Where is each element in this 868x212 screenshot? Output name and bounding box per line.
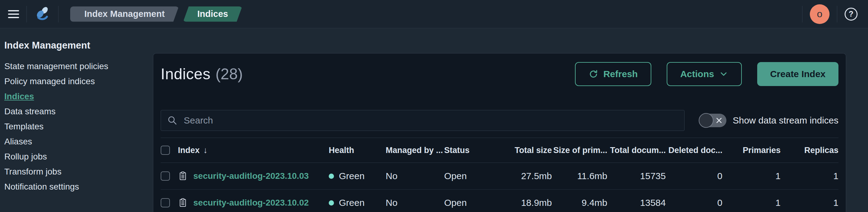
- row-checkbox[interactable]: [161, 198, 170, 207]
- actions-button[interactable]: Actions: [667, 62, 742, 86]
- create-index-button[interactable]: Create Index: [757, 62, 838, 86]
- index-link[interactable]: security-auditlog-2023.10.02: [193, 198, 309, 208]
- breadcrumb: Index Management Indices: [70, 6, 242, 22]
- sort-desc-icon: ↓: [204, 145, 208, 155]
- total-size-cell: 27.5mb: [490, 171, 552, 181]
- size-of-primaries-cell: 11.6mb: [552, 171, 607, 181]
- top-navigation-bar: Index Management Indices o ?: [0, 0, 868, 28]
- sidebar-item-indices[interactable]: Indices: [4, 92, 147, 107]
- separator: [837, 6, 837, 23]
- column-header-replicas[interactable]: Replicas: [781, 146, 838, 155]
- refresh-button[interactable]: Refresh: [575, 62, 651, 86]
- search-input[interactable]: [183, 115, 678, 126]
- page-title: Indices: [161, 65, 211, 83]
- sidebar-item-data-streams[interactable]: Data streams: [4, 107, 147, 122]
- switch-off-icon: [716, 117, 722, 124]
- total-size-cell: 18.9mb: [490, 198, 552, 208]
- sidebar-item-notification-settings[interactable]: Notification settings: [4, 182, 147, 197]
- deleted-documents-cell: 0: [666, 198, 722, 208]
- status-cell: Open: [444, 171, 490, 181]
- user-avatar[interactable]: o: [810, 4, 830, 24]
- health-dot-green: [329, 200, 334, 206]
- column-header-size-of-primaries[interactable]: Size of prim...: [552, 146, 607, 155]
- column-header-total-documents[interactable]: Total docum...: [607, 146, 666, 155]
- index-link[interactable]: security-auditlog-2023.10.03: [193, 171, 309, 181]
- column-header-managed-by[interactable]: Managed by ...: [386, 146, 444, 155]
- primaries-cell: 1: [722, 171, 781, 181]
- managed-by-cell: No: [386, 198, 444, 208]
- health-cell: Green: [329, 198, 386, 208]
- select-all-checkbox[interactable]: [161, 146, 170, 155]
- row-checkbox[interactable]: [161, 171, 170, 181]
- refresh-icon: [589, 69, 598, 79]
- replicas-cell: 1: [781, 171, 838, 181]
- sidebar-nav: State management policies Policy managed…: [4, 62, 147, 197]
- data-stream-toggle[interactable]: [699, 114, 726, 127]
- search-icon: [167, 115, 178, 126]
- replicas-cell: 1: [781, 198, 838, 208]
- breadcrumb-index-management[interactable]: Index Management: [70, 6, 179, 22]
- separator: [58, 6, 59, 23]
- topbar-actions: o ?: [795, 4, 858, 24]
- sidebar-item-aliases[interactable]: Aliases: [4, 137, 147, 152]
- status-cell: Open: [444, 198, 490, 208]
- index-count: (28): [215, 65, 243, 83]
- sidebar-title: Index Management: [4, 40, 147, 51]
- chevron-down-icon: [719, 69, 728, 79]
- sidebar-item-transform-jobs[interactable]: Transform jobs: [4, 167, 147, 182]
- table-row: security-auditlog-2023.10.03 Green No Op…: [161, 163, 838, 189]
- sidebar: Index Management State management polici…: [0, 28, 153, 212]
- total-documents-cell: 15735: [607, 171, 666, 181]
- total-documents-cell: 13584: [607, 198, 666, 208]
- deleted-documents-cell: 0: [666, 171, 722, 181]
- toggle-label: Show data stream indices: [733, 115, 838, 126]
- indices-panel: Indices (28) Refresh Actions: [153, 53, 846, 212]
- primaries-cell: 1: [722, 198, 781, 208]
- breadcrumb-indices[interactable]: Indices: [183, 6, 242, 22]
- managed-by-cell: No: [386, 171, 444, 181]
- menu-icon[interactable]: [8, 10, 19, 18]
- health-cell: Green: [329, 171, 386, 181]
- search-box: [161, 110, 685, 131]
- table-row: security-auditlog-2023.10.02 Green No Op…: [161, 189, 838, 212]
- clipboard-icon: [178, 198, 188, 208]
- sidebar-item-state-management-policies[interactable]: State management policies: [4, 62, 147, 76]
- health-dot-green: [329, 174, 334, 179]
- column-header-total-size[interactable]: Total size: [490, 146, 552, 155]
- opensearch-logo[interactable]: [34, 6, 51, 23]
- sidebar-item-policy-managed-indices[interactable]: Policy managed indices: [4, 76, 147, 92]
- sidebar-item-templates[interactable]: Templates: [4, 122, 147, 137]
- column-header-health[interactable]: Health: [329, 146, 386, 155]
- help-icon[interactable]: ?: [845, 8, 858, 21]
- table-header-row: Index ↓ Health Managed by ... Status Tot…: [161, 138, 838, 163]
- column-header-status[interactable]: Status: [444, 146, 490, 155]
- column-header-index[interactable]: Index ↓: [178, 145, 329, 155]
- size-of-primaries-cell: 9.4mb: [552, 198, 607, 208]
- column-header-deleted-documents[interactable]: Deleted doc...: [666, 146, 722, 155]
- column-header-primaries[interactable]: Primaries: [722, 146, 781, 155]
- sidebar-item-rollup-jobs[interactable]: Rollup jobs: [4, 152, 147, 167]
- indices-table: Index ↓ Health Managed by ... Status Tot…: [161, 138, 838, 212]
- clipboard-icon: [178, 171, 188, 181]
